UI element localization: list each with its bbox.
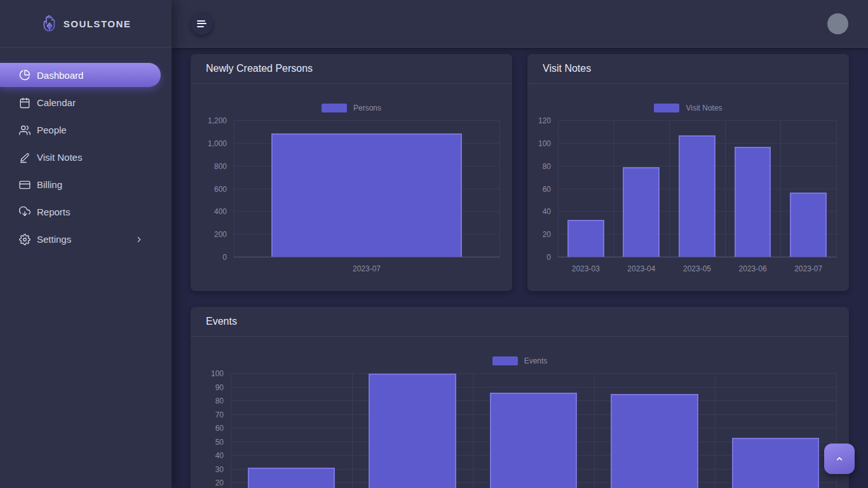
card-header: Newly Created Persons [191, 54, 512, 84]
hamburger-menu-icon [197, 20, 207, 27]
legend-swatch [654, 104, 679, 112]
plot-area: 02004006008001,0001,2002023-07 [234, 121, 499, 257]
sidebar-item-people[interactable]: People [0, 116, 172, 144]
gridline-vertical [499, 121, 500, 257]
bar-series-4[interactable] [732, 438, 819, 488]
x-tick-label: 2023-07 [353, 264, 381, 273]
y-tick-label: 50 [215, 438, 224, 446]
card-newly-created-persons: Newly Created Persons Persons 0200400600… [191, 54, 512, 291]
legend-swatch [492, 356, 518, 365]
sidebar-item-label: People [37, 125, 67, 135]
sidebar-item-settings[interactable]: Settings [0, 226, 172, 253]
y-tick-label: 60 [215, 424, 224, 432]
bar-slot [231, 374, 352, 488]
chart-newly-created-persons: Persons 02004006008001,0001,2002023-07 [191, 84, 512, 275]
card-title: Newly Created Persons [206, 63, 313, 74]
chevron-right-icon [135, 235, 144, 244]
bar-2023-03[interactable] [567, 220, 604, 257]
menu-button[interactable] [191, 13, 213, 35]
sidebar-item-label: Dashboard [37, 70, 83, 81]
legend-label: Visit Notes [686, 104, 722, 112]
y-tick-label: 0 [222, 254, 227, 261]
brand-name: SOULSTONE [64, 18, 132, 29]
sidebar-item-billing[interactable]: Billing [0, 171, 172, 198]
y-tick-label: 30 [215, 466, 224, 473]
x-tick-label: 2023-05 [683, 264, 711, 273]
legend-label: Persons [353, 104, 381, 112]
bar-slot [780, 121, 836, 257]
pen-icon [19, 152, 31, 163]
sidebar-item-visit-notes[interactable]: Visit Notes [0, 144, 172, 171]
plot-area: 0204060801001202023-032023-042023-052023… [558, 121, 836, 257]
bar-slot [473, 374, 594, 488]
charts-row: Newly Created Persons Persons 0200400600… [191, 54, 849, 291]
people-icon [19, 125, 31, 136]
y-tick-label: 400 [214, 208, 227, 215]
bar-series-1[interactable] [369, 374, 456, 488]
bar-slot [614, 121, 670, 257]
sidebar-item-label: Visit Notes [37, 152, 82, 163]
bar-2023-04[interactable] [623, 167, 660, 257]
calendar-icon [19, 97, 31, 109]
card-visit-notes: Visit Notes Visit Notes 0204060801001202… [527, 54, 849, 291]
sidebar-item-label: Reports [37, 207, 71, 217]
card-title: Visit Notes [543, 63, 591, 74]
y-tick-label: 200 [214, 231, 227, 238]
legend-item[interactable]: Events [191, 356, 849, 365]
bar-2023-05[interactable] [679, 135, 715, 257]
y-tick-label: 80 [215, 397, 224, 405]
bar-2023-06[interactable] [735, 147, 771, 257]
chart-visit-notes: Visit Notes 0204060801001202023-032023-0… [527, 84, 849, 275]
pie-chart-icon [19, 69, 31, 81]
bar-series-2[interactable] [490, 393, 577, 488]
y-tick-label: 120 [538, 117, 551, 125]
y-tick-label: 1,000 [208, 140, 227, 147]
sidebar: SOULSTONE Dashboard Calendar People [0, 0, 172, 488]
chart-events: Events 0102030405060708090100 [191, 337, 849, 488]
y-tick-label: 70 [215, 411, 224, 419]
gridline-vertical [836, 121, 837, 257]
brand: SOULSTONE [0, 0, 172, 48]
x-tick-label: 2023-03 [572, 264, 600, 273]
x-tick-label: 2023-07 [794, 264, 822, 273]
x-tick-label: 2023-06 [739, 264, 767, 273]
y-tick-label: 40 [543, 208, 551, 215]
legend-item[interactable]: Persons [191, 103, 512, 112]
sidebar-nav: Dashboard Calendar People Visit Notes [0, 62, 172, 253]
chevron-up-icon [834, 454, 844, 464]
y-tick-label: 80 [543, 163, 551, 170]
y-tick-label: 600 [214, 186, 227, 193]
x-tick-label: 2023-04 [627, 264, 655, 273]
sidebar-item-label: Settings [37, 234, 71, 245]
sidebar-item-label: Calendar [37, 97, 76, 108]
legend-item[interactable]: Visit Notes [527, 103, 849, 112]
y-tick-label: 100 [211, 370, 224, 377]
sidebar-item-calendar[interactable]: Calendar [0, 89, 172, 116]
main-area: Newly Created Persons Persons 0200400600… [172, 0, 868, 488]
scroll-to-top-button[interactable] [824, 444, 855, 474]
y-tick-label: 60 [543, 186, 551, 193]
legend-swatch [322, 104, 347, 112]
bar-series-0[interactable] [248, 468, 335, 488]
y-tick-label: 100 [538, 140, 551, 147]
bar-slot [715, 374, 836, 488]
card-events: Events Events 0102030405060708090100 [191, 307, 849, 488]
cloud-download-icon [19, 207, 31, 218]
topbar [172, 0, 868, 48]
bar-slot [234, 121, 499, 257]
bar-slot [594, 374, 715, 488]
y-tick-label: 1,200 [208, 117, 227, 125]
y-tick-label: 20 [543, 231, 551, 238]
credit-card-icon [19, 179, 31, 191]
bar-slot [558, 121, 614, 257]
sidebar-item-reports[interactable]: Reports [0, 198, 172, 226]
sidebar-item-dashboard[interactable]: Dashboard [0, 63, 161, 87]
avatar[interactable] [827, 13, 848, 34]
bar-2023-07[interactable] [790, 193, 827, 257]
app-root: SOULSTONE Dashboard Calendar People [0, 0, 868, 488]
soulstone-hand-logo-icon [41, 13, 58, 34]
content: Newly Created Persons Persons 0200400600… [172, 48, 868, 488]
bar-series-3[interactable] [611, 394, 698, 488]
bar-2023-07[interactable] [271, 133, 463, 257]
sidebar-item-label: Billing [37, 179, 62, 190]
